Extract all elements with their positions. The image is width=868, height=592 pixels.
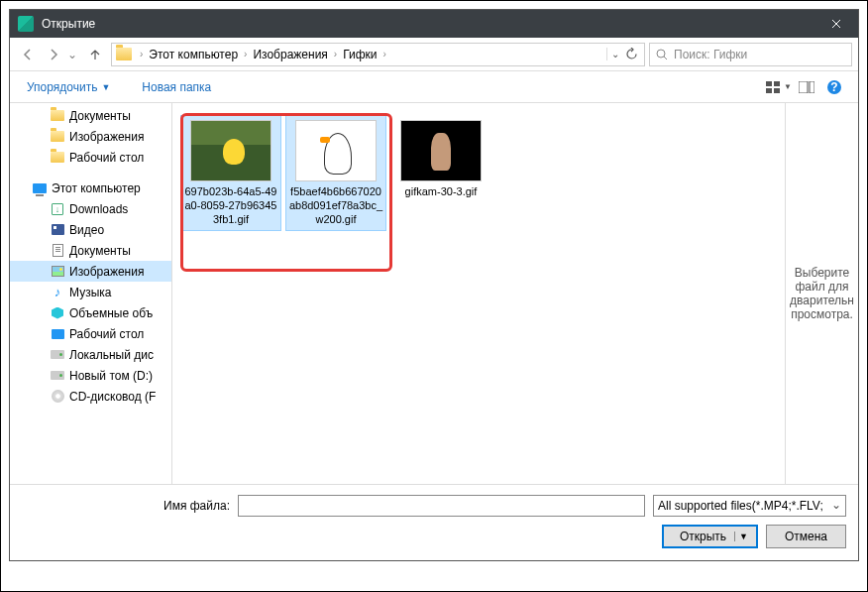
navigation-bar: ⌄ › Этот компьютер › Изображения › Гифки… xyxy=(10,38,858,71)
file-grid[interactable]: 697b023b-64a5-49a0-8059-27b963453fb1.gif… xyxy=(172,103,785,484)
file-label: 697b023b-64a5-49a0-8059-27b963453fb1.gif xyxy=(183,185,278,226)
sidebar-item-desktop[interactable]: Рабочий стол xyxy=(10,147,171,168)
svg-rect-5 xyxy=(799,81,808,93)
svg-rect-6 xyxy=(810,81,814,93)
file-label: f5baef4b6b667020ab8d091ef78a3bc_w200.gif xyxy=(288,185,383,226)
organize-button[interactable]: Упорядочить▼ xyxy=(20,75,117,99)
preview-pane-icon xyxy=(799,81,814,93)
file-thumbnail xyxy=(295,120,377,181)
open-button[interactable]: Открыть ▼ xyxy=(662,525,758,548)
sidebar-item-cd-drive[interactable]: CD-дисковод (F xyxy=(10,386,171,407)
preview-pane: Выберите файл для дварительн просмотра. xyxy=(785,103,858,484)
help-button[interactable]: ? xyxy=(820,75,848,99)
address-bar[interactable]: › Этот компьютер › Изображения › Гифки ›… xyxy=(111,43,645,66)
cancel-button[interactable]: Отмена xyxy=(766,525,846,548)
sidebar-item-images[interactable]: Изображения xyxy=(10,126,171,147)
search-icon xyxy=(656,49,668,60)
nav-back-button[interactable] xyxy=(16,43,40,66)
filename-label: Имя файла: xyxy=(22,499,230,513)
file-type-filter[interactable]: All supported files(*.MP4;*.FLV; xyxy=(653,495,846,517)
dialog-title: Открытие xyxy=(42,17,814,31)
file-item[interactable]: 697b023b-64a5-49a0-8059-27b963453fb1.gif xyxy=(180,115,281,231)
arrow-up-icon xyxy=(88,48,102,61)
content-area: Документы Изображения Рабочий стол Этот … xyxy=(10,103,858,484)
sidebar-item-images-2[interactable]: Изображения xyxy=(10,261,171,282)
chevron-down-icon: ▼ xyxy=(784,82,792,91)
file-thumbnail xyxy=(190,120,271,181)
titlebar: Открытие xyxy=(10,10,858,38)
filename-input[interactable] xyxy=(238,495,645,517)
sidebar-item-desktop-2[interactable]: Рабочий стол xyxy=(10,323,171,344)
file-label: gifkam-30-3.gif xyxy=(405,185,478,199)
folder-icon xyxy=(116,48,132,60)
address-dropdown-icon[interactable]: ⌄ xyxy=(611,49,619,59)
breadcrumb-item[interactable]: Изображения xyxy=(251,46,329,63)
toolbar: Упорядочить▼ Новая папка ▼ ? xyxy=(10,71,858,103)
breadcrumb: Этот компьютер › Изображения › Гифки › xyxy=(147,46,606,63)
view-icon xyxy=(766,81,782,93)
breadcrumb-item[interactable]: Этот компьютер xyxy=(147,46,240,63)
nav-up-button[interactable] xyxy=(83,43,107,66)
help-icon: ? xyxy=(826,79,842,95)
close-icon xyxy=(831,19,841,29)
sidebar-item-documents-2[interactable]: Документы xyxy=(10,240,171,261)
sidebar-item-documents[interactable]: Документы xyxy=(10,105,171,126)
sidebar: Документы Изображения Рабочий стол Этот … xyxy=(10,103,172,484)
open-dialog: Открытие ⌄ › Этот компьютер › Изображени… xyxy=(9,9,859,561)
svg-rect-1 xyxy=(766,81,772,86)
refresh-icon[interactable] xyxy=(625,48,638,60)
breadcrumb-sep-icon: › xyxy=(140,49,143,59)
search-placeholder: Поиск: Гифки xyxy=(674,48,747,61)
search-input[interactable]: Поиск: Гифки xyxy=(649,43,852,66)
view-mode-button[interactable]: ▼ xyxy=(765,75,793,99)
close-button[interactable] xyxy=(814,10,858,38)
breadcrumb-sep-icon: › xyxy=(383,49,386,59)
footer: Имя файла: All supported files(*.MP4;*.F… xyxy=(10,484,858,560)
sidebar-item-downloads[interactable]: ↓Downloads xyxy=(10,198,171,219)
svg-rect-4 xyxy=(774,88,780,93)
file-item[interactable]: f5baef4b6b667020ab8d091ef78a3bc_w200.gif xyxy=(285,115,386,231)
chevron-down-icon: ▼ xyxy=(101,82,110,92)
breadcrumb-item[interactable]: Гифки xyxy=(341,46,379,63)
sidebar-item-videos[interactable]: Видео xyxy=(10,219,171,240)
open-dropdown-icon[interactable]: ▼ xyxy=(734,532,748,541)
preview-pane-button[interactable] xyxy=(793,75,820,99)
svg-rect-2 xyxy=(774,81,780,86)
sidebar-item-music[interactable]: ♪Музыка xyxy=(10,282,171,302)
sidebar-item-new-volume[interactable]: Новый том (D:) xyxy=(10,365,171,386)
nav-history-dropdown[interactable]: ⌄ xyxy=(67,48,81,61)
svg-text:?: ? xyxy=(830,80,837,94)
file-item[interactable]: gifkam-30-3.gif xyxy=(390,115,491,204)
app-icon xyxy=(18,16,34,32)
nav-forward-button[interactable] xyxy=(42,43,65,66)
breadcrumb-sep-icon: › xyxy=(334,49,337,59)
sidebar-item-3d-objects[interactable]: Объемные объ xyxy=(10,302,171,323)
file-area: 697b023b-64a5-49a0-8059-27b963453fb1.gif… xyxy=(172,103,858,484)
new-folder-button[interactable]: Новая папка xyxy=(135,75,218,99)
sidebar-item-local-disk[interactable]: Локальный дис xyxy=(10,344,171,365)
breadcrumb-sep-icon: › xyxy=(244,49,247,59)
preview-text: Выберите файл для дварительн просмотра. xyxy=(790,266,854,321)
svg-rect-3 xyxy=(766,88,772,93)
file-thumbnail xyxy=(400,120,482,181)
sidebar-item-this-pc[interactable]: Этот компьютер xyxy=(10,178,171,198)
arrow-left-icon xyxy=(21,48,35,61)
arrow-right-icon xyxy=(47,48,60,61)
svg-point-0 xyxy=(657,50,665,58)
